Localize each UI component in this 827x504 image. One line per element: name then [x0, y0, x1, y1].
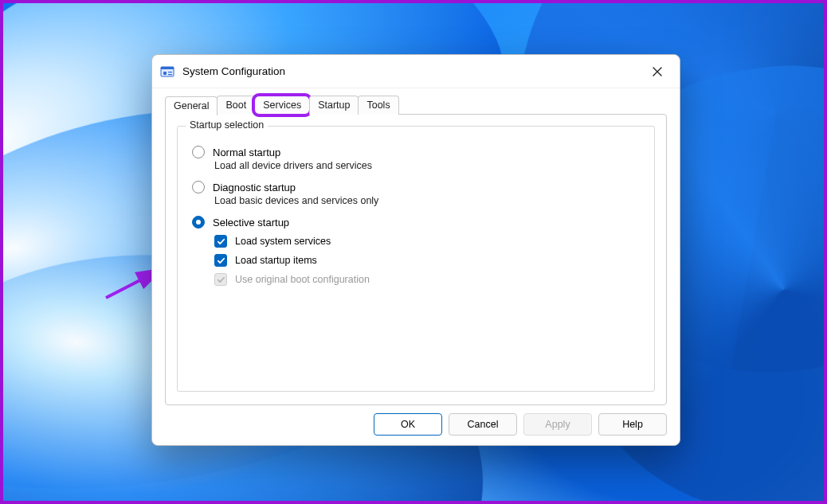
- tab-label: Boot: [225, 100, 246, 111]
- radio-selective-startup[interactable]: Selective startup: [192, 216, 640, 229]
- checkbox-use-original-boot-config: Use original boot configuration: [214, 273, 640, 286]
- window-title: System Configuration: [182, 65, 285, 77]
- checkbox-label: Load startup items: [235, 255, 317, 266]
- system-configuration-dialog: System Configuration General Boot Servic…: [151, 54, 680, 446]
- checkbox-load-system-services[interactable]: Load system services: [214, 235, 640, 248]
- screenshot-frame: System Configuration General Boot Servic…: [0, 0, 827, 504]
- general-tab-panel: Startup selection Normal startup Load al…: [165, 114, 667, 405]
- radio-icon: [192, 216, 205, 229]
- msconfig-icon: [160, 64, 174, 79]
- tab-startup[interactable]: Startup: [309, 96, 359, 115]
- radio-icon: [192, 146, 205, 158]
- radio-label: Normal startup: [213, 147, 280, 158]
- radio-icon: [192, 181, 205, 193]
- checkbox-icon: [214, 235, 227, 248]
- tab-boot[interactable]: Boot: [217, 96, 255, 115]
- startup-selection-group: Startup selection Normal startup Load al…: [177, 126, 655, 392]
- button-label: Apply: [545, 419, 570, 430]
- tab-services[interactable]: Services: [254, 96, 310, 115]
- checkbox-label: Load system services: [235, 236, 331, 247]
- radio-label: Diagnostic startup: [213, 182, 296, 193]
- close-icon: [652, 66, 663, 77]
- checkbox-load-startup-items[interactable]: Load startup items: [214, 254, 640, 267]
- button-label: OK: [401, 419, 415, 430]
- tab-label: Services: [263, 100, 301, 111]
- button-label: Cancel: [468, 419, 499, 430]
- apply-button: Apply: [523, 413, 592, 436]
- tab-label: Startup: [318, 100, 350, 111]
- dialog-actions: OK Cancel Apply Help: [165, 405, 667, 436]
- tab-label: Tools: [366, 100, 390, 111]
- checkbox-icon: [214, 254, 227, 267]
- tabstrip: General Boot Services Startup Tools: [165, 94, 667, 115]
- tab-label: General: [174, 100, 209, 111]
- selective-startup-suboptions: Load system services Load startup items: [214, 235, 640, 286]
- checkbox-label: Use original boot configuration: [235, 274, 370, 285]
- cancel-button[interactable]: Cancel: [449, 413, 517, 436]
- radio-diagnostic-startup[interactable]: Diagnostic startup: [192, 181, 640, 193]
- close-button[interactable]: [640, 60, 675, 84]
- svg-rect-3: [168, 72, 172, 72]
- svg-rect-1: [161, 67, 174, 69]
- tab-tools[interactable]: Tools: [358, 96, 398, 115]
- checkbox-icon: [214, 273, 227, 286]
- titlebar[interactable]: System Configuration: [152, 55, 680, 88]
- ok-button[interactable]: OK: [374, 413, 442, 436]
- help-button[interactable]: Help: [598, 413, 667, 436]
- group-legend: Startup selection: [186, 119, 268, 131]
- svg-rect-4: [168, 74, 172, 75]
- tab-general[interactable]: General: [165, 96, 218, 115]
- svg-point-2: [163, 71, 167, 74]
- button-label: Help: [622, 419, 643, 430]
- radio-description: Load all device drivers and services: [214, 160, 640, 171]
- radio-normal-startup[interactable]: Normal startup: [192, 146, 640, 158]
- client-area: General Boot Services Startup Tools Star…: [152, 88, 680, 445]
- radio-description: Load basic devices and services only: [214, 195, 640, 206]
- radio-label: Selective startup: [213, 217, 289, 229]
